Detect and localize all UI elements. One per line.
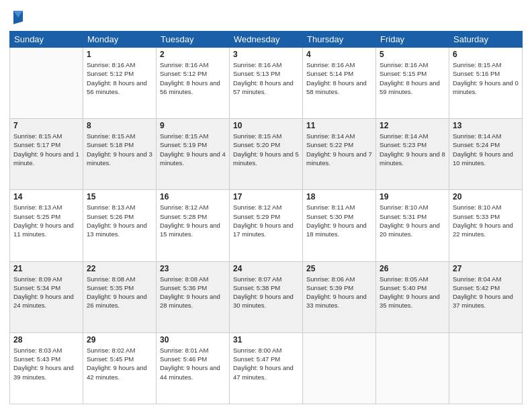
sunset-text: Sunset: 5:18 PM	[87, 140, 152, 149]
day-number: 2	[160, 50, 226, 59]
day-number: 15	[87, 192, 152, 201]
sunrise-text: Sunrise: 8:16 AM	[160, 60, 226, 69]
day-number: 21	[13, 264, 79, 273]
sunset-text: Sunset: 5:39 PM	[306, 283, 372, 292]
sunrise-text: Sunrise: 8:00 AM	[233, 346, 299, 355]
daylight-text: Daylight: 9 hours and 47 minutes.	[233, 363, 299, 381]
calendar-cell: 1Sunrise: 8:16 AMSunset: 5:12 PMDaylight…	[83, 48, 157, 119]
day-info: Sunrise: 8:16 AMSunset: 5:15 PMDaylight:…	[380, 60, 445, 96]
calendar-cell: 26Sunrise: 8:05 AMSunset: 5:40 PMDayligh…	[376, 261, 449, 332]
daylight-text: Daylight: 9 hours and 15 minutes.	[160, 221, 226, 239]
sunset-text: Sunset: 5:33 PM	[453, 212, 519, 221]
day-info: Sunrise: 8:06 AMSunset: 5:39 PMDaylight:…	[306, 275, 372, 310]
sunrise-text: Sunrise: 8:02 AM	[87, 346, 152, 355]
sunset-text: Sunset: 5:25 PM	[13, 212, 79, 221]
daylight-text: Daylight: 9 hours and 13 minutes.	[87, 221, 152, 239]
weekday-saturday: Saturday	[449, 32, 523, 48]
calendar-cell: 25Sunrise: 8:06 AMSunset: 5:39 PMDayligh…	[303, 261, 376, 332]
sunrise-text: Sunrise: 8:16 AM	[306, 60, 372, 69]
weekday-header-row: SundayMondayTuesdayWednesdayThursdayFrid…	[10, 32, 523, 48]
daylight-text: Daylight: 9 hours and 7 minutes.	[306, 150, 372, 168]
logo	[9, 9, 24, 26]
sunrise-text: Sunrise: 8:10 AM	[380, 203, 445, 212]
day-info: Sunrise: 8:01 AMSunset: 5:46 PMDaylight:…	[160, 346, 226, 381]
sunrise-text: Sunrise: 8:15 AM	[453, 60, 519, 69]
weekday-monday: Monday	[83, 32, 157, 48]
day-info: Sunrise: 8:10 AMSunset: 5:31 PMDaylight:…	[380, 203, 445, 238]
sunrise-text: Sunrise: 8:16 AM	[87, 60, 152, 69]
sunrise-text: Sunrise: 8:16 AM	[380, 60, 445, 69]
daylight-text: Daylight: 9 hours and 33 minutes.	[306, 292, 372, 310]
sunset-text: Sunset: 5:34 PM	[13, 283, 79, 292]
daylight-text: Daylight: 9 hours and 28 minutes.	[160, 292, 226, 310]
daylight-text: Daylight: 9 hours and 26 minutes.	[87, 292, 152, 310]
day-number: 7	[13, 121, 79, 130]
sunset-text: Sunset: 5:31 PM	[380, 212, 445, 221]
day-number: 12	[380, 121, 445, 130]
sunset-text: Sunset: 5:17 PM	[13, 140, 79, 149]
calendar-cell	[376, 332, 449, 404]
sunset-text: Sunset: 5:46 PM	[160, 355, 226, 363]
day-number: 23	[160, 264, 226, 273]
day-info: Sunrise: 8:16 AMSunset: 5:13 PMDaylight:…	[233, 60, 299, 96]
sunrise-text: Sunrise: 8:15 AM	[233, 132, 299, 140]
daylight-text: Daylight: 9 hours and 4 minutes.	[160, 150, 226, 168]
daylight-text: Daylight: 9 hours and 5 minutes.	[233, 150, 299, 168]
calendar-cell: 23Sunrise: 8:08 AMSunset: 5:36 PMDayligh…	[157, 261, 230, 332]
daylight-text: Daylight: 9 hours and 24 minutes.	[13, 292, 79, 310]
day-info: Sunrise: 8:11 AMSunset: 5:30 PMDaylight:…	[306, 203, 372, 238]
logo-icon	[11, 9, 24, 26]
sunset-text: Sunset: 5:13 PM	[233, 69, 299, 78]
day-number: 18	[306, 192, 372, 201]
calendar-cell: 3Sunrise: 8:16 AMSunset: 5:13 PMDaylight…	[230, 48, 303, 119]
calendar-cell: 10Sunrise: 8:15 AMSunset: 5:20 PMDayligh…	[230, 119, 303, 190]
calendar-cell: 6Sunrise: 8:15 AMSunset: 5:16 PMDaylight…	[449, 48, 523, 119]
calendar-cell: 17Sunrise: 8:12 AMSunset: 5:29 PMDayligh…	[230, 190, 303, 261]
sunset-text: Sunset: 5:26 PM	[87, 212, 152, 221]
day-info: Sunrise: 8:15 AMSunset: 5:16 PMDaylight:…	[453, 60, 519, 96]
day-info: Sunrise: 8:16 AMSunset: 5:12 PMDaylight:…	[87, 60, 152, 96]
sunrise-text: Sunrise: 8:03 AM	[13, 346, 79, 355]
daylight-text: Daylight: 9 hours and 20 minutes.	[380, 221, 445, 239]
sunrise-text: Sunrise: 8:08 AM	[160, 275, 226, 283]
calendar-cell: 20Sunrise: 8:10 AMSunset: 5:33 PMDayligh…	[449, 190, 523, 261]
sunset-text: Sunset: 5:45 PM	[87, 355, 152, 363]
calendar-cell: 5Sunrise: 8:16 AMSunset: 5:15 PMDaylight…	[376, 48, 449, 119]
daylight-text: Daylight: 8 hours and 56 minutes.	[87, 79, 152, 97]
sunset-text: Sunset: 5:42 PM	[453, 283, 519, 292]
day-info: Sunrise: 8:14 AMSunset: 5:24 PMDaylight:…	[453, 132, 519, 167]
day-info: Sunrise: 8:15 AMSunset: 5:17 PMDaylight:…	[13, 132, 79, 167]
day-number: 19	[380, 192, 445, 201]
sunset-text: Sunset: 5:28 PM	[160, 212, 226, 221]
calendar-cell: 16Sunrise: 8:12 AMSunset: 5:28 PMDayligh…	[157, 190, 230, 261]
day-number: 6	[453, 50, 519, 59]
daylight-text: Daylight: 9 hours and 44 minutes.	[160, 363, 226, 381]
daylight-text: Daylight: 8 hours and 58 minutes.	[306, 79, 372, 97]
sunrise-text: Sunrise: 8:04 AM	[453, 275, 519, 283]
calendar-week-5: 28Sunrise: 8:03 AMSunset: 5:43 PMDayligh…	[10, 332, 523, 404]
daylight-text: Daylight: 9 hours and 11 minutes.	[13, 221, 79, 239]
day-number: 17	[233, 192, 299, 201]
sunrise-text: Sunrise: 8:15 AM	[87, 132, 152, 140]
day-info: Sunrise: 8:16 AMSunset: 5:14 PMDaylight:…	[306, 60, 372, 96]
day-info: Sunrise: 8:15 AMSunset: 5:19 PMDaylight:…	[160, 132, 226, 167]
sunset-text: Sunset: 5:43 PM	[13, 355, 79, 363]
calendar-cell: 14Sunrise: 8:13 AMSunset: 5:25 PMDayligh…	[10, 190, 83, 261]
calendar-week-3: 14Sunrise: 8:13 AMSunset: 5:25 PMDayligh…	[10, 190, 523, 261]
day-number: 5	[380, 50, 445, 59]
sunset-text: Sunset: 5:12 PM	[160, 69, 226, 78]
sunset-text: Sunset: 5:20 PM	[233, 140, 299, 149]
sunset-text: Sunset: 5:14 PM	[306, 69, 372, 78]
sunset-text: Sunset: 5:24 PM	[453, 140, 519, 149]
day-info: Sunrise: 8:13 AMSunset: 5:26 PMDaylight:…	[87, 203, 152, 238]
sunrise-text: Sunrise: 8:09 AM	[13, 275, 79, 283]
daylight-text: Daylight: 9 hours and 35 minutes.	[380, 292, 445, 310]
sunset-text: Sunset: 5:47 PM	[233, 355, 299, 363]
sunrise-text: Sunrise: 8:12 AM	[160, 203, 226, 212]
sunset-text: Sunset: 5:35 PM	[87, 283, 152, 292]
day-info: Sunrise: 8:15 AMSunset: 5:18 PMDaylight:…	[87, 132, 152, 167]
calendar-cell	[303, 332, 376, 404]
sunset-text: Sunset: 5:30 PM	[306, 212, 372, 221]
day-number: 31	[233, 335, 299, 345]
daylight-text: Daylight: 8 hours and 59 minutes.	[380, 79, 445, 97]
